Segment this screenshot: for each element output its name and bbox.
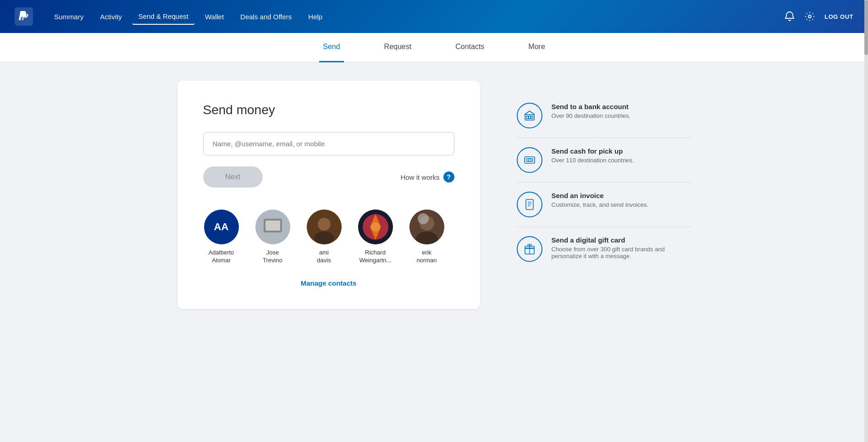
nav-links: Summary Activity Send & Request Wallet D… <box>48 9 784 25</box>
svg-point-7 <box>371 222 380 232</box>
contact-avatar-adalberto: AA <box>204 210 239 244</box>
top-navigation: Summary Activity Send & Request Wallet D… <box>0 0 868 33</box>
contact-name-ami: amidavis <box>317 249 331 265</box>
send-panel: Send money Next How it works ? AA Adalbe… <box>177 81 480 309</box>
features-panel: Send to a bank account Over 90 destinati… <box>508 81 691 309</box>
contact-avatar-ami <box>307 210 342 244</box>
contact-name-erik: eriknorman <box>416 249 437 265</box>
contact-richard[interactable]: RichardWeingartn... <box>357 210 394 265</box>
next-button[interactable]: Next <box>203 166 263 188</box>
notification-bell-button[interactable] <box>784 11 795 22</box>
gear-icon <box>804 11 815 22</box>
settings-gear-button[interactable] <box>804 11 815 22</box>
tab-more[interactable]: More <box>525 33 548 62</box>
scrollbar[interactable] <box>864 0 868 442</box>
svg-point-11 <box>418 213 429 224</box>
tab-contacts[interactable]: Contacts <box>452 33 488 62</box>
feature-invoice-desc: Customize, track, and send invoices. <box>552 201 649 208</box>
invoice-icon <box>523 198 536 211</box>
recent-contacts: AA AdalbertoAlomar JoseTrevino amidavis <box>203 210 454 265</box>
recipient-input[interactable] <box>203 132 454 155</box>
feature-gift-title: Send a digital gift card <box>552 236 691 244</box>
how-it-works-label: How it works <box>400 173 439 181</box>
feature-bank-text: Send to a bank account Over 90 destinati… <box>552 103 631 119</box>
feature-invoice-title: Send an invoice <box>552 192 649 199</box>
how-it-works-link[interactable]: How it works ? <box>400 171 454 182</box>
cash-icon <box>523 154 536 166</box>
contact-erik[interactable]: eriknorman <box>409 210 445 265</box>
feature-gift-desc: Choose from over 300 gift card brands an… <box>552 246 691 260</box>
nav-deals[interactable]: Deals and Offers <box>234 9 298 24</box>
svg-rect-13 <box>526 116 528 119</box>
manage-contacts-link[interactable]: Manage contacts <box>203 279 454 287</box>
svg-point-1 <box>808 15 811 18</box>
tab-request[interactable]: Request <box>381 33 415 62</box>
nav-right-actions: LOG OUT <box>784 11 853 22</box>
feature-cash-desc: Over 110 destination countries. <box>552 157 634 164</box>
main-content: Send money Next How it works ? AA Adalbe… <box>113 62 755 327</box>
gift-icon <box>523 243 536 255</box>
feature-gift-text: Send a digital gift card Choose from ove… <box>552 236 691 260</box>
svg-rect-15 <box>531 116 533 119</box>
feature-invoice[interactable]: Send an invoice Customize, track, and se… <box>517 182 691 227</box>
svg-rect-19 <box>526 199 533 210</box>
bell-icon <box>784 11 795 22</box>
nav-summary[interactable]: Summary <box>48 9 90 24</box>
svg-rect-17 <box>526 159 533 161</box>
contact-avatar-jose <box>255 210 290 244</box>
scrollbar-thumb[interactable] <box>864 0 868 55</box>
contact-adalberto[interactable]: AA AdalbertoAlomar <box>203 210 240 265</box>
bank-icon-circle <box>517 103 542 128</box>
svg-point-18 <box>528 159 531 161</box>
feature-bank-desc: Over 90 destination countries. <box>552 112 631 119</box>
sub-navigation: Send Request Contacts More <box>0 33 868 62</box>
contact-name-adalberto: AdalbertoAlomar <box>209 249 234 265</box>
feature-cash-text: Send cash for pick up Over 110 destinati… <box>552 147 634 164</box>
contact-jose[interactable]: JoseTrevino <box>254 210 291 265</box>
form-actions: Next How it works ? <box>203 166 454 188</box>
gift-icon-circle <box>517 236 542 262</box>
svg-rect-14 <box>529 116 531 119</box>
svg-point-3 <box>318 218 331 231</box>
contact-avatar-richard <box>358 210 393 244</box>
ami-photo-placeholder <box>307 210 342 244</box>
feature-cash-pickup[interactable]: Send cash for pick up Over 110 destinati… <box>517 138 691 182</box>
contact-name-richard: RichardWeingartn... <box>359 249 392 265</box>
nav-send-request[interactable]: Send & Request <box>132 9 195 25</box>
feature-invoice-text: Send an invoice Customize, track, and se… <box>552 192 649 208</box>
contact-name-jose: JoseTrevino <box>263 249 282 265</box>
logout-button[interactable]: LOG OUT <box>824 13 853 20</box>
help-question-icon: ? <box>443 171 454 182</box>
feature-gift-card[interactable]: Send a digital gift card Choose from ove… <box>517 227 691 271</box>
feature-bank-account[interactable]: Send to a bank account Over 90 destinati… <box>517 103 691 138</box>
contact-ami[interactable]: amidavis <box>306 210 343 265</box>
send-money-title: Send money <box>203 103 454 117</box>
tab-send[interactable]: Send <box>319 33 343 62</box>
erik-photo-placeholder <box>409 210 444 244</box>
feature-cash-title: Send cash for pick up <box>552 147 634 155</box>
cash-icon-circle <box>517 147 542 173</box>
feature-bank-title: Send to a bank account <box>552 103 631 110</box>
nav-activity[interactable]: Activity <box>94 9 128 24</box>
bank-icon <box>523 109 536 122</box>
invoice-icon-circle <box>517 192 542 217</box>
nav-wallet[interactable]: Wallet <box>199 9 230 24</box>
svg-point-4 <box>314 232 334 244</box>
nav-help[interactable]: Help <box>302 9 329 24</box>
paypal-logo[interactable] <box>15 7 33 26</box>
contact-avatar-erik <box>409 210 444 244</box>
richard-photo-placeholder <box>358 210 393 244</box>
